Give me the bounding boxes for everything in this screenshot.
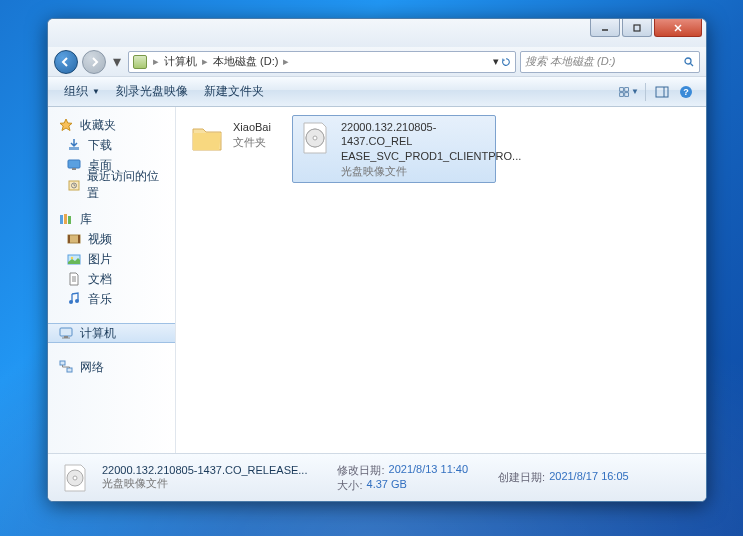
folder-xiaobai[interactable]: XiaoBai 文件夹	[184, 115, 276, 161]
svg-rect-9	[625, 92, 629, 96]
file-list[interactable]: XiaoBai 文件夹 22000.132.210805-1437.CO_REL…	[176, 107, 706, 453]
svg-rect-37	[67, 368, 72, 372]
sidebar-recent[interactable]: 最近访问的位置	[48, 175, 175, 195]
breadcrumb-drive[interactable]: 本地磁盘 (D:)	[210, 54, 281, 69]
burn-iso-button[interactable]: 刻录光盘映像	[108, 81, 196, 103]
sidebar-videos[interactable]: 视频	[48, 229, 175, 249]
history-dropdown[interactable]: ▾	[110, 52, 124, 72]
file-type: 光盘映像文件	[341, 164, 491, 178]
organize-button[interactable]: 组织▼	[56, 81, 108, 103]
svg-rect-23	[68, 235, 70, 243]
details-pane: 22000.132.210805-1437.CO_RELEASE... 光盘映像…	[48, 453, 706, 501]
svg-rect-21	[68, 216, 71, 224]
view-options-button[interactable]: ▼	[619, 82, 639, 102]
svg-rect-7	[625, 87, 629, 91]
breadcrumb-computer[interactable]: 计算机	[161, 54, 200, 69]
sidebar-pictures[interactable]: 图片	[48, 249, 175, 269]
minimize-button[interactable]	[590, 19, 620, 37]
sidebar-computer[interactable]: 计算机	[48, 323, 175, 343]
nav-bar: ▾ ▸ 计算机 ▸ 本地磁盘 (D:) ▸ ▾ 搜索 本地磁盘 (D:)	[48, 47, 706, 77]
iso-file[interactable]: 22000.132.210805-1437.CO_REL EASE_SVC_PR…	[292, 115, 496, 183]
refresh-icon[interactable]	[501, 57, 511, 67]
explorer-window: ▾ ▸ 计算机 ▸ 本地磁盘 (D:) ▸ ▾ 搜索 本地磁盘 (D:) 组织▼…	[47, 18, 707, 502]
svg-rect-15	[68, 160, 80, 168]
svg-rect-20	[64, 214, 67, 224]
svg-point-26	[71, 257, 73, 259]
documents-icon	[66, 271, 82, 287]
address-dropdown-icon[interactable]: ▾	[493, 55, 499, 68]
svg-point-40	[313, 136, 317, 140]
pictures-icon	[66, 251, 82, 267]
star-icon	[58, 117, 74, 133]
sidebar-downloads[interactable]: 下载	[48, 135, 175, 155]
libraries-icon	[58, 211, 74, 227]
computer-icon	[58, 325, 74, 341]
forward-button[interactable]	[82, 50, 106, 74]
svg-rect-24	[78, 235, 80, 243]
svg-rect-8	[620, 92, 624, 96]
status-size-label: 大小:	[337, 478, 362, 493]
svg-point-42	[73, 476, 77, 480]
status-filename: 22000.132.210805-1437.CO_RELEASE...	[102, 464, 307, 476]
svg-line-5	[691, 63, 694, 66]
svg-rect-14	[69, 147, 79, 150]
recent-icon	[66, 177, 81, 193]
sidebar-network[interactable]: 网络	[48, 357, 175, 377]
search-input[interactable]: 搜索 本地磁盘 (D:)	[520, 51, 700, 73]
back-button[interactable]	[54, 50, 78, 74]
music-icon	[66, 291, 82, 307]
status-modified-label: 修改日期:	[337, 463, 384, 478]
sidebar: 收藏夹 下载 桌面 最近访问的位置 库 视频 图片 文档 音乐 计算机 网络	[48, 107, 176, 453]
file-name-line1: 22000.132.210805-1437.CO_REL	[341, 120, 491, 149]
desktop-icon	[66, 157, 82, 173]
help-button[interactable]: ?	[676, 82, 696, 102]
disc-image-icon	[58, 461, 92, 495]
search-placeholder: 搜索 本地磁盘 (D:)	[525, 54, 615, 69]
svg-rect-36	[60, 361, 65, 365]
download-icon	[66, 137, 82, 153]
file-name: XiaoBai	[233, 120, 271, 134]
svg-rect-19	[60, 215, 63, 224]
network-icon	[58, 359, 74, 375]
disc-image-icon	[297, 120, 333, 156]
title-bar	[48, 19, 706, 47]
svg-text:?: ?	[683, 87, 689, 97]
status-modified-value: 2021/8/13 11:40	[389, 463, 469, 478]
sidebar-favorites[interactable]: 收藏夹	[48, 115, 175, 135]
close-button[interactable]	[654, 19, 702, 37]
video-icon	[66, 231, 82, 247]
sidebar-music[interactable]: 音乐	[48, 289, 175, 309]
maximize-button[interactable]	[622, 19, 652, 37]
address-bar[interactable]: ▸ 计算机 ▸ 本地磁盘 (D:) ▸ ▾	[128, 51, 516, 73]
file-type: 文件夹	[233, 135, 271, 149]
svg-rect-16	[72, 168, 76, 170]
svg-rect-33	[60, 328, 72, 336]
status-created-value: 2021/8/17 16:05	[549, 470, 629, 485]
folder-icon	[189, 120, 225, 156]
svg-rect-1	[634, 25, 640, 31]
search-icon	[683, 56, 695, 68]
svg-point-31	[75, 299, 79, 303]
status-filetype: 光盘映像文件	[102, 476, 307, 491]
status-size-value: 4.37 GB	[367, 478, 407, 493]
sidebar-libraries[interactable]: 库	[48, 209, 175, 229]
svg-point-4	[685, 58, 691, 64]
toolbar: 组织▼ 刻录光盘映像 新建文件夹 ▼ ?	[48, 77, 706, 107]
new-folder-button[interactable]: 新建文件夹	[196, 81, 272, 103]
preview-pane-button[interactable]	[652, 82, 672, 102]
status-created-label: 创建日期:	[498, 470, 545, 485]
sidebar-documents[interactable]: 文档	[48, 269, 175, 289]
svg-rect-10	[656, 87, 668, 97]
drive-icon	[133, 55, 147, 69]
svg-rect-6	[620, 87, 624, 91]
file-name-line2: EASE_SVC_PROD1_CLIENTPRO...	[341, 149, 491, 163]
